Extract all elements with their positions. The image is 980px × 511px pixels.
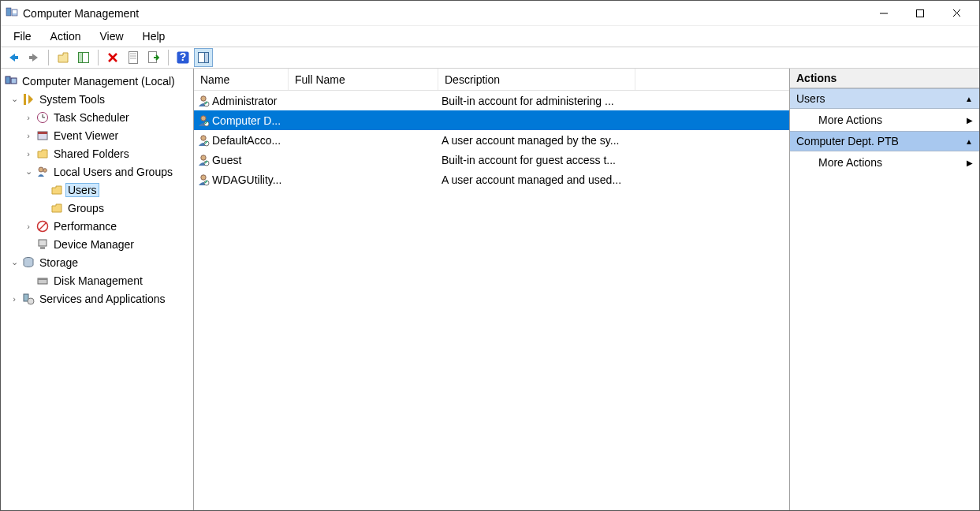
titlebar: Computer Management [1,1,979,26]
action-label: More Actions [818,156,882,169]
user-icon [197,95,210,107]
main-area: Computer Management (Local) ⌄ System Too… [1,69,979,510]
separator [168,50,169,65]
more-actions-2[interactable]: More Actions ▶ [790,151,979,173]
collapse-icon[interactable]: ⌄ [23,166,34,177]
tree-services-apps[interactable]: ›Services and Applications [1,289,193,308]
back-button[interactable] [4,48,23,67]
svg-rect-24 [24,94,26,105]
tree-task-scheduler[interactable]: ›Task Scheduler [1,108,193,126]
cell-name: DefaultAcco... [212,134,281,147]
menu-file[interactable]: File [6,28,39,44]
performance-icon [36,220,49,233]
system-tools-icon [22,93,35,106]
expand-icon[interactable]: › [9,294,20,304]
device-manager-icon [36,238,49,251]
svg-rect-2 [13,10,17,13]
menu-help[interactable]: Help [135,28,173,44]
shared-folder-icon [36,147,49,160]
list-row[interactable]: DefaultAcco...A user account managed by … [194,130,789,150]
svg-rect-22 [6,76,10,84]
expand-icon[interactable]: › [23,131,34,140]
delete-button[interactable] [103,48,122,67]
svg-rect-10 [79,53,83,63]
cell-name: WDAGUtility... [212,173,281,186]
expand-icon[interactable]: › [23,113,34,122]
tree-local-users-groups[interactable]: ⌄Local Users and Groups [1,162,193,181]
show-hide-tree-button[interactable] [74,48,93,67]
tree-storage[interactable]: ⌄Storage [1,253,193,271]
tree-label: Groups [65,202,106,214]
separator [48,50,49,65]
folder-icon [50,202,63,214]
cell-description: Built-in account for administering ... [438,95,635,107]
action-label: More Actions [818,114,882,126]
more-actions-1[interactable]: More Actions ▶ [790,109,979,131]
list-pane: Name Full Name Description Administrator… [194,69,790,510]
menu-view[interactable]: View [91,28,131,44]
forward-button[interactable] [24,48,43,67]
collapse-icon: ▲ [965,137,973,146]
list-row[interactable]: Computer D... [194,110,789,130]
show-actions-button[interactable] [194,48,213,67]
close-button[interactable] [938,2,974,25]
users-groups-icon [36,166,49,178]
clock-icon [36,111,49,124]
cell-description: Built-in account for guest access t... [438,154,635,166]
svg-rect-38 [38,278,47,280]
expand-icon[interactable]: › [23,222,34,231]
svg-rect-35 [40,247,45,249]
user-icon [197,173,210,186]
list-header: Name Full Name Description [194,69,789,91]
event-viewer-icon [36,129,49,142]
minimize-button[interactable] [866,2,902,25]
maximize-button[interactable] [902,2,938,25]
tree-disk-management[interactable]: Disk Management [1,271,193,289]
tree-label: System Tools [37,93,107,106]
list-body[interactable]: AdministratorBuilt-in account for admini… [194,91,789,189]
cell-description: A user account managed and used... [438,173,635,186]
tree-label: Shared Folders [51,147,132,160]
folder-icon [50,184,63,196]
column-name[interactable]: Name [194,69,289,90]
tree-users[interactable]: Users [1,181,193,199]
tree-shared-folders[interactable]: ›Shared Folders [1,144,193,162]
list-row[interactable]: AdministratorBuilt-in account for admini… [194,91,789,110]
list-row[interactable]: WDAGUtility...A user account managed and… [194,170,789,189]
expand-icon[interactable]: › [23,149,34,159]
tree-label: Services and Applications [37,293,168,305]
collapse-icon[interactable]: ⌄ [9,257,20,267]
submenu-icon: ▶ [967,116,973,125]
svg-point-49 [201,174,206,179]
tree-label: Storage [37,256,80,269]
properties-button[interactable] [124,48,143,67]
tree-system-tools[interactable]: ⌄ System Tools [1,90,193,108]
export-button[interactable] [144,48,163,67]
svg-rect-8 [29,56,32,59]
svg-rect-7 [15,56,18,59]
tree-groups[interactable]: Groups [1,199,193,217]
user-icon [197,114,210,127]
up-button[interactable] [54,48,73,67]
separator [98,50,99,65]
navigation-tree[interactable]: Computer Management (Local) ⌄ System Too… [1,72,193,308]
disk-icon [36,274,49,287]
tree-root[interactable]: Computer Management (Local) [1,72,193,90]
help-button[interactable]: ? [173,48,192,67]
tree-label: Task Scheduler [51,111,132,124]
user-icon [197,134,210,147]
column-fullname[interactable]: Full Name [289,69,438,90]
menu-action[interactable]: Action [43,28,89,44]
column-description[interactable]: Description [438,69,635,90]
collapse-icon: ▲ [965,95,973,103]
tree-event-viewer[interactable]: ›Event Viewer [1,126,193,144]
app-icon [6,7,18,20]
tree-performance[interactable]: ›Performance [1,217,193,235]
tree-label: Event Viewer [51,129,121,142]
tree-label: Users [65,183,99,197]
actions-group-selected[interactable]: Computer Dept. PTB ▲ [790,131,979,151]
actions-group-users[interactable]: Users ▲ [790,88,979,109]
collapse-icon[interactable]: ⌄ [9,94,20,104]
list-row[interactable]: GuestBuilt-in account for guest access t… [194,150,789,170]
tree-device-manager[interactable]: Device Manager [1,235,193,253]
